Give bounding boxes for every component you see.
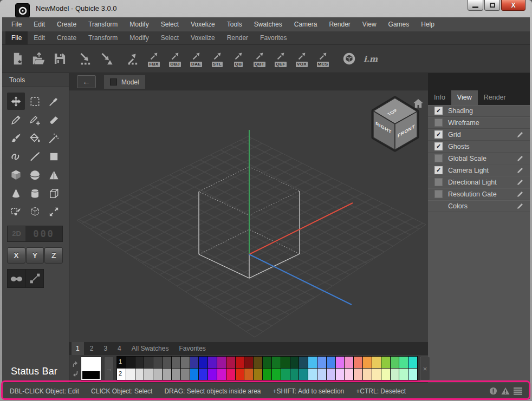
menu-help[interactable]: Help [415,17,440,31]
tab-info[interactable]: Info [428,90,451,105]
edit-pencil-icon[interactable] [516,178,524,186]
option-resolution-gate[interactable]: Resolution Gate [428,188,530,200]
swatch-cell[interactable] [336,369,345,380]
menu-view[interactable]: View [356,17,382,31]
imaterialise-button[interactable]: i.m [361,47,379,71]
menu-games[interactable]: Games [382,17,416,31]
option-shading[interactable]: ✓Shading [428,105,530,117]
import-mesh-button[interactable] [98,47,115,71]
swatch-cell[interactable] [281,357,290,369]
checkbox[interactable] [434,154,443,162]
tool-magic-wand[interactable] [45,129,63,147]
swatch-cell[interactable] [290,357,300,369]
tool-extrude[interactable] [45,185,63,202]
submenu-render[interactable]: Render [221,31,254,44]
swatch-cell[interactable] [163,369,172,380]
tool-rectangle[interactable] [45,148,63,165]
axis-x-button[interactable]: X [7,247,25,264]
tool-box[interactable] [7,166,25,183]
edit-pencil-icon[interactable] [516,190,524,198]
edit-pencil-icon[interactable] [516,166,524,174]
swatch-cell[interactable] [208,369,217,380]
tool-pencil-add[interactable] [26,111,44,128]
submenu-file[interactable]: File [5,31,28,44]
mask-button[interactable] [8,269,25,287]
swatch-cell[interactable] [144,357,153,369]
model-tab[interactable]: Model [104,75,145,89]
tool-move[interactable] [7,93,25,110]
submenu-edit[interactable]: Edit [28,31,51,44]
export-qef-button[interactable]: QEF [272,47,289,71]
checkbox[interactable]: ✓ [434,107,443,115]
swatch-cell[interactable] [244,357,254,369]
tool-pencil[interactable] [7,111,25,128]
swatch-cell[interactable] [345,357,354,369]
maximize-button[interactable] [484,0,500,11]
tool-zigzag-line[interactable] [26,148,44,165]
add-swatch-button[interactable]: → [104,357,114,380]
export-stl-button[interactable]: STL [209,47,226,71]
swatch-cell[interactable] [372,357,381,369]
swatch-cell[interactable] [399,369,408,380]
tool-scale[interactable] [45,203,63,220]
home-view-icon[interactable] [413,98,424,108]
option-global-scale[interactable]: Global Scale [428,153,530,165]
tool-eraser[interactable] [45,111,63,128]
swatch-cell[interactable] [254,369,263,380]
swatch-cell[interactable] [208,357,217,369]
checkbox[interactable]: ✓ [434,142,443,150]
swatch-tab-4[interactable]: 4 [113,342,126,355]
swatch-cell[interactable] [327,357,336,369]
swatch-cell[interactable] [126,357,135,369]
swatch-cell[interactable] [172,357,181,369]
swatch-cell[interactable] [126,369,135,380]
swap-colors-icon[interactable] [72,360,79,378]
tool-pyramid[interactable] [45,166,63,183]
tool-rect-select[interactable] [26,93,44,110]
swatch-cell[interactable] [217,357,226,369]
swatch-cell[interactable] [381,369,391,380]
swatch-cell[interactable] [199,357,208,369]
swatch-cell[interactable] [281,369,290,380]
export-fbx-button[interactable]: FBX [145,47,163,71]
new-model-button[interactable] [9,47,26,71]
swatch-cell[interactable] [308,357,317,369]
menu-edit[interactable]: Edit [28,17,51,31]
option-directional-light[interactable]: Directional Light [428,176,530,188]
export-vox-button[interactable]: VOX [293,47,310,71]
swatch-cell[interactable] [308,369,317,380]
warning-icon[interactable] [501,387,510,395]
export-mcs-button[interactable]: MCS [314,47,332,71]
tool-brush[interactable] [7,129,25,147]
import-button[interactable] [77,47,94,71]
swatch-cell[interactable] [181,369,190,380]
swatch-cell[interactable] [345,369,354,380]
back-button[interactable]: ← [77,75,96,88]
submenu-modify[interactable]: Modify [124,31,154,44]
menu-voxelize[interactable]: Voxelize [185,17,221,31]
submenu-select[interactable]: Select [155,31,185,44]
swatch-cell[interactable] [236,357,245,369]
checkbox[interactable]: ✓ [434,130,443,139]
swatch-cell[interactable] [299,357,308,369]
menu-select[interactable]: Select [155,17,185,31]
swatch-tab-all-swatches[interactable]: All Swatches [127,342,173,355]
line-button[interactable] [25,269,43,287]
menu-render[interactable]: Render [323,17,356,31]
swatch-cell[interactable] [408,369,418,380]
swatch-tab-1[interactable]: 1 [72,342,84,355]
axis-y-button[interactable]: Y [26,247,44,264]
swatch-cell[interactable] [399,357,408,369]
export-button[interactable] [124,47,141,71]
swatch-cell[interactable] [254,357,263,369]
swatch-cell[interactable] [317,357,327,369]
swatch-cell[interactable] [135,357,145,369]
swatch-cell[interactable] [354,369,363,380]
close-button[interactable]: X [501,0,525,11]
swatch-cell[interactable] [226,369,236,380]
swatch-cell[interactable] [236,369,245,380]
swatch-cell[interactable] [391,357,400,369]
tool-cone[interactable] [7,185,25,202]
tool-paint-bucket[interactable] [26,129,44,147]
log-list-icon[interactable] [514,387,522,395]
